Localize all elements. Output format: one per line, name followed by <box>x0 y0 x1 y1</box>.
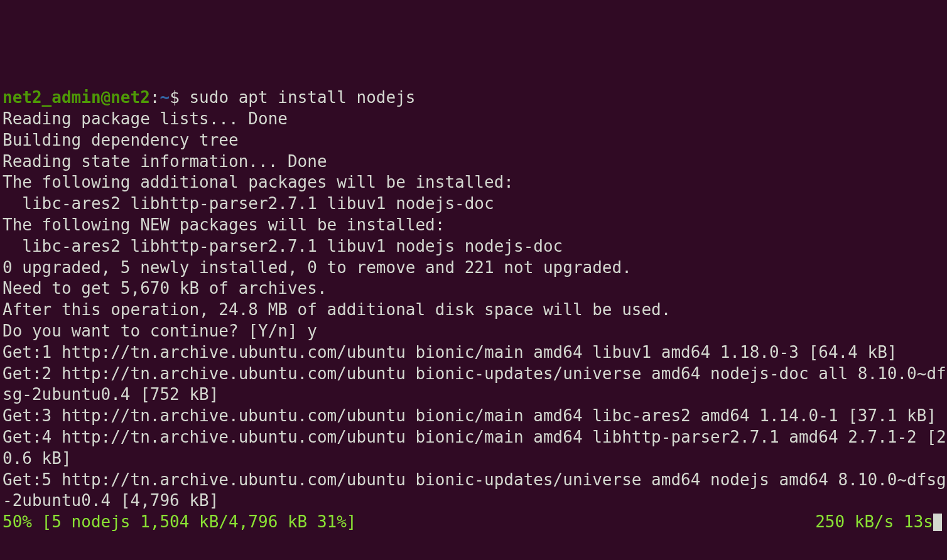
output-line: Building dependency tree <box>3 130 947 151</box>
output-line: After this operation, 24.8 MB of additio… <box>3 299 947 321</box>
output-line: Get:3 http://tn.archive.ubuntu.com/ubunt… <box>3 406 947 427</box>
prompt-at: @ <box>101 88 111 107</box>
output-line: Get:2 http://tn.archive.ubuntu.com/ubunt… <box>3 363 947 406</box>
prompt-path: ~ <box>160 88 170 107</box>
output-line: Need to get 5,670 kB of archives. <box>3 278 947 299</box>
output-line: Reading package lists... Done <box>3 109 947 130</box>
progress-right: 250 kB/s 13s <box>815 512 933 531</box>
cursor-icon <box>933 514 942 531</box>
command-text: sudo apt install nodejs <box>189 88 415 107</box>
output-line: Get:5 http://tn.archive.ubuntu.com/ubunt… <box>3 470 947 512</box>
prompt-host: net2 <box>111 88 150 107</box>
output-line: Do you want to continue? [Y/n] y <box>3 321 947 342</box>
progress-right-container: 250 kB/s 13s <box>815 512 947 533</box>
output-line: 0 upgraded, 5 newly installed, 0 to remo… <box>3 257 947 279</box>
output-line: libc-ares2 libhttp-parser2.7.1 libuv1 no… <box>3 236 947 257</box>
output-line: Reading state information... Done <box>3 151 947 173</box>
output-line: The following additional packages will b… <box>3 172 947 193</box>
prompt-symbol: $ <box>170 88 189 107</box>
prompt-colon: : <box>150 88 160 107</box>
prompt-line: net2_admin@net2:~$ sudo apt install node… <box>3 87 947 109</box>
output-line: Get:4 http://tn.archive.ubuntu.com/ubunt… <box>3 427 947 470</box>
terminal-window[interactable]: net2_admin@net2:~$ sudo apt install node… <box>3 87 947 533</box>
prompt-user: net2_admin <box>3 88 101 107</box>
output-line: libc-ares2 libhttp-parser2.7.1 libuv1 no… <box>3 193 947 215</box>
progress-left: 50% [5 nodejs 1,504 kB/4,796 kB 31%] <box>3 512 357 533</box>
output-line: The following NEW packages will be insta… <box>3 215 947 236</box>
progress-row: 50% [5 nodejs 1,504 kB/4,796 kB 31%]250 … <box>3 512 947 533</box>
output-line: Get:1 http://tn.archive.ubuntu.com/ubunt… <box>3 342 947 363</box>
